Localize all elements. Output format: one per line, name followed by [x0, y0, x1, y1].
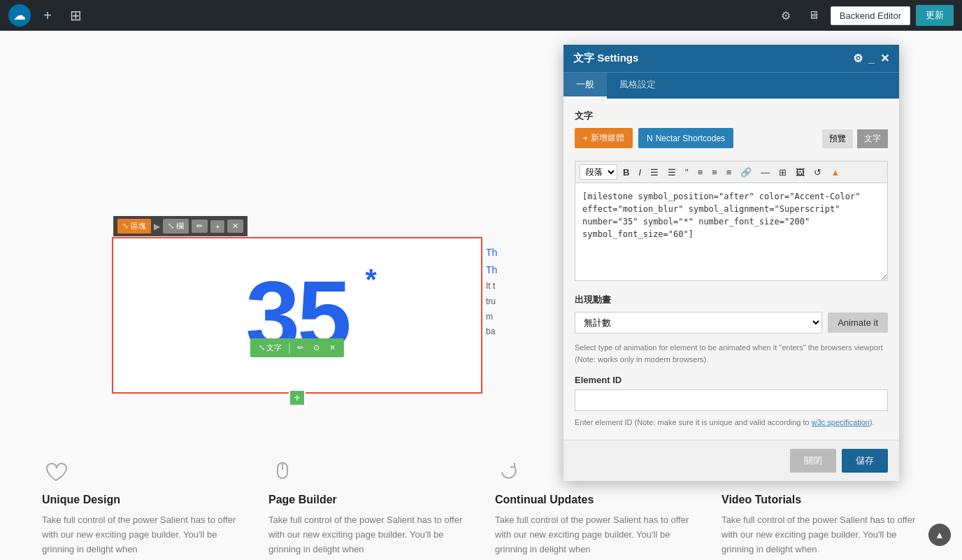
- align-right-button[interactable]: ≡: [723, 166, 735, 179]
- more-button[interactable]: —: [757, 166, 773, 179]
- ul-button[interactable]: ☰: [647, 166, 662, 179]
- right-text: Th Th It ttrumba: [486, 244, 497, 340]
- feature-4-title: Video Tutorials: [722, 494, 920, 506]
- element-id-hint: Enter element ID (Note: make sure it is …: [575, 417, 888, 429]
- feature-1-title: Unique Design: [42, 494, 240, 506]
- text-copy-button[interactable]: ⊙: [310, 342, 323, 354]
- text-expand-button[interactable]: ⤡ 文字: [255, 341, 285, 354]
- animation-row: 無計數 Animate it: [575, 312, 888, 333]
- block-expand-button[interactable]: ⤡ 區塊: [117, 219, 151, 234]
- layout-icon: ⊞: [70, 7, 82, 24]
- feature-4-text: Take full control of the power Salient h…: [722, 513, 920, 557]
- block-toolbar: ⤡ 區塊 ▶ ⤡ 欄 ✏ + ✕: [113, 216, 247, 236]
- cone-button[interactable]: ▲: [827, 166, 843, 179]
- tab-general[interactable]: 一般: [563, 73, 607, 99]
- monitor-button[interactable]: 🖥: [803, 4, 825, 27]
- link-button[interactable]: 🔗: [737, 166, 755, 179]
- logo-icon: ☁: [13, 8, 26, 23]
- settings-modal: 文字 Settings ⚙ _ ✕ 一般 風格設定 文字: [563, 45, 899, 481]
- mouse-icon: [268, 457, 296, 485]
- animation-hint: Select type of animation for element to …: [575, 342, 888, 365]
- add-media-button[interactable]: + 新增媒體: [575, 128, 633, 148]
- column-expand-button[interactable]: ⤡ 欄: [163, 219, 189, 234]
- paragraph-select[interactable]: 段落: [580, 164, 617, 180]
- right-text-line2: Th: [486, 261, 497, 279]
- text-mode-button[interactable]: 文字: [857, 129, 888, 148]
- nectar-shortcodes-button[interactable]: N Nectar Shortcodes: [638, 128, 733, 148]
- align-center-button[interactable]: ≡: [708, 166, 721, 179]
- text-delete-button[interactable]: ✕: [326, 342, 339, 354]
- media-buttons: + 新增媒體 N Nectar Shortcodes: [575, 128, 733, 148]
- nectar-icon: N: [647, 134, 653, 143]
- toolbar-separator: ▶: [154, 222, 160, 231]
- update-button[interactable]: 更新: [916, 5, 954, 26]
- modal-header-actions: ⚙ _ ✕: [853, 52, 889, 65]
- element-id-input[interactable]: [575, 389, 888, 411]
- scroll-to-top-button[interactable]: ▲: [928, 524, 951, 546]
- modal-header: 文字 Settings ⚙ _ ✕: [563, 45, 899, 72]
- feature-1-text: Take full control of the power Salient h…: [42, 513, 240, 557]
- right-text-body: It ttrumba: [486, 279, 497, 339]
- element-block: ⤡ 區塊 ▶ ⤡ 欄 ✏ + ✕: [112, 237, 482, 394]
- modal-title: 文字 Settings: [573, 52, 853, 65]
- column-edit-button[interactable]: ✏: [192, 220, 208, 233]
- settings-button[interactable]: ⚙: [775, 4, 797, 27]
- feature-2-title: Page Builder: [268, 494, 467, 506]
- bold-button[interactable]: B: [619, 166, 633, 179]
- w3c-link[interactable]: w3c specification: [812, 418, 870, 426]
- feature-page-builder: Page Builder Take full control of the po…: [254, 457, 481, 557]
- blockquote-button[interactable]: ": [682, 166, 692, 179]
- modal-footer: 關閉 儲存: [563, 440, 899, 481]
- feature-2-text: Take full control of the power Salient h…: [268, 513, 467, 557]
- edit-icon: ✏: [196, 222, 203, 231]
- modal-body: 文字 + 新增媒體 N Nectar Shortcodes 預覽: [563, 99, 899, 440]
- right-text-line1: Th: [486, 244, 497, 261]
- feature-3-title: Continual Updates: [495, 494, 694, 506]
- topbar: ☁ + ⊞ ⚙ 🖥 Backend Editor 更新: [0, 0, 962, 31]
- refresh-icon: [495, 457, 523, 485]
- animate-button[interactable]: Animate it: [828, 313, 888, 333]
- text-delete-icon: ✕: [329, 343, 336, 352]
- text-expand-icon: ⤡: [259, 343, 265, 352]
- layout-button[interactable]: ⊞: [64, 4, 87, 27]
- gear-icon: ⚙: [781, 9, 791, 22]
- expand-icon: ⤡: [122, 222, 129, 231]
- delete-icon: ✕: [232, 222, 238, 231]
- column-add-button[interactable]: +: [210, 220, 224, 233]
- text-copy-icon: ⊙: [313, 343, 320, 352]
- backend-editor-button[interactable]: Backend Editor: [831, 6, 910, 25]
- text-edit-button[interactable]: ✏: [294, 342, 307, 354]
- add-icon: +: [215, 222, 220, 231]
- modal-save-button[interactable]: 儲存: [842, 449, 888, 473]
- monitor-icon: 🖥: [808, 9, 819, 22]
- align-left-button[interactable]: ≡: [694, 166, 707, 179]
- undo-button[interactable]: ↺: [810, 166, 825, 179]
- animation-select[interactable]: 無計數: [575, 312, 822, 333]
- logo[interactable]: ☁: [8, 4, 31, 27]
- add-button[interactable]: +: [36, 4, 59, 27]
- preview-button[interactable]: 預覽: [822, 129, 853, 148]
- element-inner: 35 * ⤡ 文字 | ✏ ⊙: [113, 238, 481, 392]
- modal-gear-icon[interactable]: ⚙: [853, 52, 863, 65]
- plus-icon: +: [43, 8, 52, 24]
- modal-close-icon[interactable]: ✕: [880, 52, 889, 65]
- ol-button[interactable]: ☰: [664, 166, 680, 179]
- editor-textarea[interactable]: [milestone symbol_position="after" color…: [575, 183, 888, 281]
- add-element-button[interactable]: +: [289, 389, 306, 406]
- text-toolbar: ⤡ 文字 | ✏ ⊙ ✕: [250, 338, 344, 357]
- element-id-label: Element ID: [575, 375, 888, 385]
- animation-section-title: 出現動畫: [575, 294, 888, 306]
- modal-tabs: 一般 風格設定: [563, 72, 899, 99]
- column-delete-button[interactable]: ✕: [227, 220, 243, 233]
- table-button[interactable]: ⊞: [775, 166, 790, 179]
- modal-close-button[interactable]: 關閉: [790, 449, 836, 473]
- italic-button[interactable]: I: [635, 166, 645, 179]
- editor-toolbar: 段落 B I ☰ ☰ " ≡ ≡ ≡ 🔗 — ⊞ 🖼 ↺ ▲: [575, 161, 888, 183]
- feature-3-text: Take full control of the power Salient h…: [495, 513, 694, 557]
- tab-style[interactable]: 風格設定: [607, 73, 668, 99]
- image-button[interactable]: 🖼: [792, 166, 808, 179]
- feature-unique-design: Unique Design Take full control of the p…: [28, 457, 254, 557]
- milestone-symbol: *: [366, 263, 377, 296]
- modal-minimize-icon[interactable]: _: [868, 52, 875, 65]
- column-expand-icon: ⤡: [168, 222, 174, 231]
